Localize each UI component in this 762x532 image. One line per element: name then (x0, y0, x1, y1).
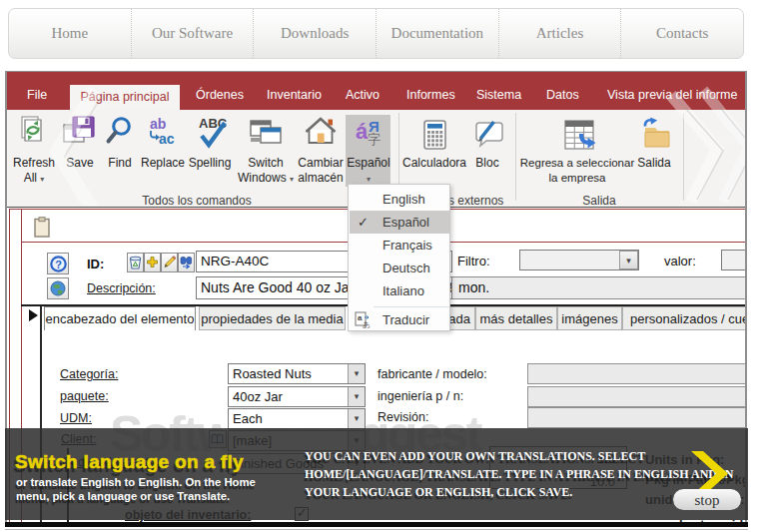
svg-text:ab: ab (150, 116, 166, 132)
svg-text:?: ? (55, 259, 62, 270)
svg-text:あ: あ (363, 320, 371, 328)
svg-text:ac: ac (159, 131, 175, 147)
